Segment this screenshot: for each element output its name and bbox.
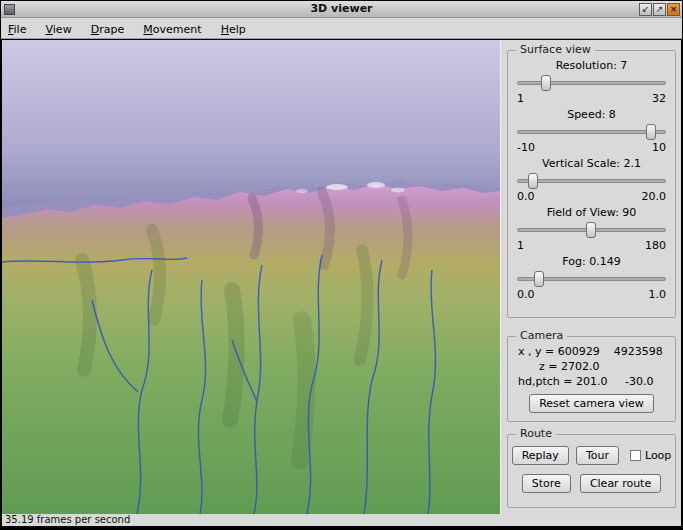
surface-view-group: Surface view Resolution: 7 1 32 Speed: 8 [507,50,676,318]
fog-thumb[interactable] [534,271,544,287]
resolution-trough[interactable] [517,81,666,85]
vertical-scale-trough[interactable] [517,179,666,183]
field-of-view-min: 1 [517,239,524,253]
fog-track[interactable] [517,270,666,288]
window-close-button[interactable]: × [667,3,680,16]
menu-file[interactable]: File [1,20,33,40]
terrain-3d-view[interactable] [2,40,500,514]
speed-label: Speed: 8 [517,108,666,123]
mountain-layer [2,181,500,514]
resolution-slider: Resolution: 7 1 32 [517,59,666,106]
resolution-thumb[interactable] [541,75,551,91]
window-maximize-button[interactable]: ↗ [653,3,666,16]
camera-xy-value: x , y = 600929 4923598 [518,345,675,360]
reset-camera-view-button[interactable]: Reset camera view [529,394,654,413]
menu-movement[interactable]: Movement [136,20,208,40]
menu-drape[interactable]: Drape [84,20,132,40]
camera-group: Camera x , y = 600929 4923598 z = 2702.0… [507,336,676,422]
field-of-view-max: 180 [645,239,666,253]
camera-readout: x , y = 600929 4923598 z = 2702.0 hd,ptc… [508,337,675,390]
loop-checkbox[interactable]: Loop [630,449,671,462]
resolution-label: Resolution: 7 [517,59,666,74]
loop-checkbox-label: Loop [645,449,671,462]
vertical-scale-track[interactable] [517,172,666,190]
fog-slider: Fog: 0.149 0.0 1.0 [517,255,666,302]
vertical-scale-min: 0.0 [517,190,535,204]
vertical-scale-slider: Vertical Scale: 2.1 0.0 20.0 [517,157,666,204]
field-of-view-slider: Field of View: 90 1 180 [517,206,666,253]
speed-track[interactable] [517,123,666,141]
resolution-track[interactable] [517,74,666,92]
surface-view-title: Surface view [516,43,595,56]
resolution-min: 1 [517,92,524,106]
speed-trough[interactable] [517,130,666,134]
field-of-view-label: Field of View: 90 [517,206,666,221]
vertical-scale-thumb[interactable] [528,173,538,189]
menu-view[interactable]: View [39,20,79,40]
window-controls: ↙ ↗ × [639,3,680,16]
fog-max: 1.0 [649,288,667,302]
replay-button[interactable]: Replay [512,446,569,465]
resolution-max: 32 [652,92,666,106]
vertical-scale-label: Vertical Scale: 2.1 [517,157,666,172]
fog-min: 0.0 [517,288,535,302]
status-bar: 35.19 frames per second [2,514,681,526]
title-bar[interactable]: 3D viewer ↙ ↗ × [1,1,682,18]
speed-min: -10 [517,141,535,155]
camera-z-value: z = 2702.0 [518,360,675,375]
loop-checkbox-box[interactable] [630,450,641,461]
speed-slider: Speed: 8 -10 10 [517,108,666,155]
speed-thumb[interactable] [646,124,656,140]
window-menu-icon[interactable] [4,4,15,15]
app-window: 3D viewer ↙ ↗ × File View Drape Movement… [0,0,683,530]
vertical-scale-max: 20.0 [642,190,667,204]
clear-route-button[interactable]: Clear route [580,474,661,493]
speed-max: 10 [652,141,666,155]
window-shade-button[interactable]: ↙ [639,3,652,16]
fps-status-text: 35.19 frames per second [5,514,130,525]
tour-button[interactable]: Tour [576,446,619,465]
camera-title: Camera [516,329,567,342]
field-of-view-track[interactable] [517,221,666,239]
fog-label: Fog: 0.149 [517,255,666,270]
camera-heading-pitch-value: hd,ptch = 201.0 -30.0 [518,375,675,390]
field-of-view-thumb[interactable] [586,222,596,238]
route-title: Route [516,427,556,440]
route-group: Route Replay Tour Loop Store Clear route [507,434,676,508]
terrain-render [2,40,500,514]
menu-bar: File View Drape Movement Help [1,18,682,39]
window-title: 3D viewer [1,1,682,17]
control-panel: Surface view Resolution: 7 1 32 Speed: 8 [500,40,681,514]
store-button[interactable]: Store [522,474,571,493]
menu-help[interactable]: Help [214,20,253,40]
